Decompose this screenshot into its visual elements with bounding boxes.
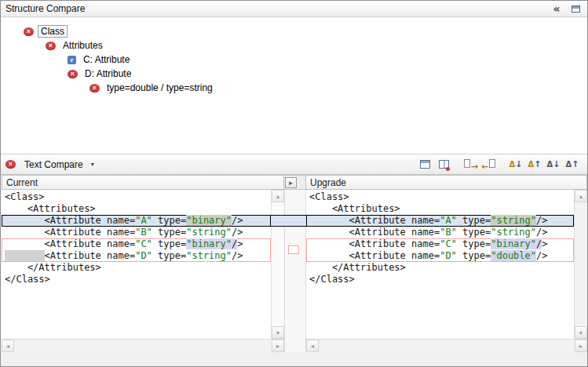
right-vertical-scrollbar[interactable] [574,190,587,339]
code-line[interactable]: <Attribute name="D" type="string"/> [2,250,271,262]
code-line[interactable]: </Class> [306,274,574,285]
code-token: "C" [440,238,457,249]
compare-editor-window: Structure Compare ClassAttributesC: Attr… [0,0,588,367]
code-line[interactable]: <Class> [2,191,271,203]
tree-item[interactable]: C: Attribute [2,53,586,67]
left-horizontal-scrollbar[interactable] [2,339,284,352]
scroll-right-icon[interactable] [272,340,284,352]
selected-change-connector[interactable] [271,215,306,227]
code-token: <Class> [309,191,349,202]
copy-left-to-right-icon[interactable] [462,157,479,173]
code-token: type= [152,215,186,226]
chevron-down-icon[interactable] [88,160,97,169]
code-token: type= [457,215,491,226]
scroll-down-icon[interactable] [575,326,587,339]
code-token: /> [536,215,547,226]
code-token: "C" [135,238,152,249]
code-line[interactable]: <Attributes> [2,203,271,215]
code-line[interactable]: </Attributes> [306,262,574,274]
code-line[interactable]: <Class> [306,191,574,203]
attribute-icon [68,56,76,64]
left-pane-header: Current [2,175,284,190]
change-direction-icon[interactable] [285,177,297,188]
code-line[interactable]: <Attribute name="A" type="string"/> [306,215,574,227]
collapse-all-icon[interactable] [550,2,564,15]
tree-item[interactable]: D: Attribute [2,67,586,81]
code-token: "binary" [491,238,536,249]
code-token: "string" [491,215,536,226]
code-token: type= [152,227,186,238]
code-token: </Class> [309,274,355,285]
code-line[interactable]: </Attributes> [2,262,271,274]
code-token [5,250,45,261]
right-editor[interactable]: <Class> <Attributes> <Attribute name="A"… [306,190,574,339]
code-token: <Attribute name= [309,238,440,249]
scroll-left-icon[interactable] [306,340,319,352]
code-token: "A" [440,215,457,226]
code-token: <Attribute name= [5,215,135,226]
tree-item-label: Attributes [60,39,106,52]
code-line[interactable]: <Attribute name="C" type="binary"/> [306,238,574,250]
code-token: /> [232,227,243,238]
code-token: type= [457,227,491,238]
left-editor[interactable]: <Class> <Attributes> <Attribute name="A"… [2,190,271,339]
copy-right-to-left-icon[interactable] [480,157,498,173]
gutter-header [283,175,306,190]
code-token: "string" [186,250,232,261]
previous-difference-icon[interactable] [526,157,543,173]
code-line[interactable]: <Attribute name="B" type="string"/> [306,227,574,238]
code-line[interactable]: <Attribute name="B" type="string"/> [2,227,271,238]
code-token: /> [536,250,547,261]
code-line[interactable]: <Attribute name="D" type="double"/> [306,250,574,262]
code-line[interactable]: </Class> [2,274,271,285]
swap-panes-icon[interactable] [435,157,452,173]
tree-item[interactable]: type=double / type=string [2,81,586,95]
right-pane-title: Upgrade [310,177,346,188]
tree-item-label: C: Attribute [80,53,133,66]
code-token: "D" [135,250,152,261]
change-connector[interactable] [288,245,299,254]
ancestor-pane-icon[interactable] [416,157,433,173]
code-token: <Attribute name= [309,227,440,238]
code-line[interactable]: <Attributes> [306,203,574,215]
code-token: "B" [440,227,457,238]
scroll-up-icon[interactable] [575,190,587,202]
code-token: <Attribute name= [309,250,440,261]
pane-icon[interactable] [568,2,583,15]
change-icon [46,42,56,50]
code-token: type= [457,250,491,261]
left-pane-title: Current [6,177,38,188]
code-token: "D" [440,250,457,261]
scroll-up-icon[interactable] [272,190,284,202]
scroll-right-icon[interactable] [575,340,587,352]
code-token: "binary" [186,215,232,226]
code-token: <Attributes> [309,203,400,214]
code-token: "A" [135,215,152,226]
right-horizontal-scrollbar[interactable] [306,339,587,352]
left-vertical-scrollbar[interactable] [271,190,284,339]
code-token: "double" [491,250,536,261]
next-change-icon[interactable] [545,157,562,173]
code-token: </Attributes> [5,262,101,273]
code-token: "string" [186,227,232,238]
structure-compare-tree: ClassAttributesC: AttributeD: Attributet… [2,18,586,154]
bottom-strip [1,352,587,366]
code-token: <Attribute name= [45,250,136,261]
code-token: </Attributes> [309,262,406,273]
code-token: "binary" [186,238,232,249]
code-line[interactable]: <Attribute name="A" type="binary"/> [2,215,271,227]
tree-item[interactable]: Class [2,24,586,38]
previous-change-icon[interactable] [564,157,581,173]
code-token: "string" [491,227,536,238]
code-token: <Class> [5,191,45,202]
tree-item[interactable]: Attributes [2,38,586,53]
code-token: type= [152,250,186,261]
text-compare-toolbar [416,157,583,173]
next-difference-icon[interactable] [507,157,524,173]
scroll-down-icon[interactable] [272,326,284,339]
code-line[interactable]: <Attribute name="C" type="binary"/> [2,238,271,250]
scroll-left-icon[interactable] [2,340,14,352]
code-token: <Attribute name= [309,215,440,226]
code-token: <Attribute name= [5,227,135,238]
code-token: <Attributes> [5,203,96,214]
